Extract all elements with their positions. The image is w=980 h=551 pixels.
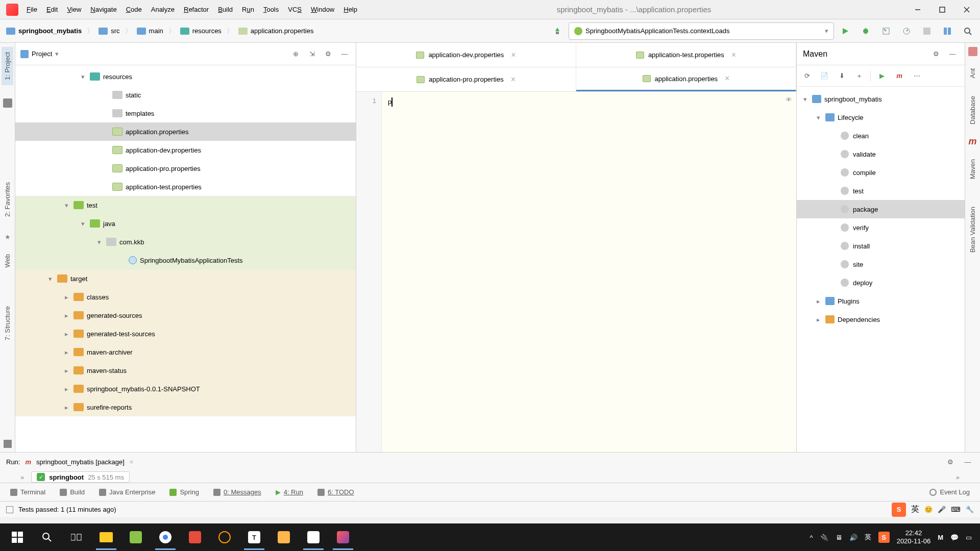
tray-ime[interactable]: 英 bbox=[865, 533, 871, 542]
close-icon[interactable]: × bbox=[731, 51, 736, 60]
crumb-resources[interactable]: resources bbox=[177, 25, 225, 37]
chrome-button[interactable] bbox=[151, 524, 180, 550]
node-static[interactable]: static bbox=[15, 86, 356, 104]
minimize-button[interactable] bbox=[906, 2, 929, 17]
goal-site[interactable]: site bbox=[797, 255, 965, 273]
sogou-icon[interactable]: S bbox=[892, 503, 906, 517]
goal-validate[interactable]: validate bbox=[797, 145, 965, 163]
tray-clock[interactable]: 22:42 2020-11-06 bbox=[897, 529, 931, 545]
hide-icon[interactable]: — bbox=[338, 48, 351, 60]
node-surefire[interactable]: ▸surefire-reports bbox=[15, 398, 356, 416]
menu-code[interactable]: Code bbox=[122, 4, 146, 15]
node-test[interactable]: ▾test bbox=[15, 196, 356, 214]
build-button[interactable] bbox=[548, 22, 567, 40]
profile-button[interactable] bbox=[897, 22, 916, 40]
menu-help[interactable]: Help bbox=[339, 4, 361, 15]
menu-run[interactable]: Run bbox=[238, 4, 258, 15]
editor-body[interactable]: 1 p 👁 bbox=[356, 92, 796, 452]
node-maven-archiver[interactable]: ▸maven-archiver bbox=[15, 343, 356, 361]
tab-structure[interactable]: 7: Structure bbox=[2, 301, 13, 345]
intellij-button[interactable] bbox=[329, 524, 357, 550]
tab-web[interactable]: Web bbox=[2, 249, 13, 273]
node-gen-sources[interactable]: ▸generated-sources bbox=[15, 306, 356, 324]
goal-verify[interactable]: verify bbox=[797, 218, 965, 237]
node-classes[interactable]: ▸classes bbox=[15, 288, 356, 306]
menu-vcs[interactable]: VCS bbox=[284, 4, 306, 15]
node-app-dev[interactable]: application-dev.properties bbox=[15, 141, 356, 159]
tab-app-dev[interactable]: application-dev.properties× bbox=[356, 43, 576, 67]
goal-package[interactable]: package bbox=[797, 200, 965, 218]
close-button[interactable] bbox=[955, 2, 978, 17]
tray-volume-icon[interactable]: 🔊 bbox=[849, 534, 857, 541]
maximize-button[interactable] bbox=[931, 2, 953, 17]
test-result[interactable]: ✓ springboot 25 s 515 ms bbox=[31, 471, 130, 483]
tab-project[interactable]: 1: Project bbox=[2, 47, 13, 85]
tab-java-ee[interactable]: Java Enterprise bbox=[94, 486, 160, 498]
tray-action-center[interactable]: ▭ bbox=[966, 534, 972, 541]
mic-icon[interactable]: 🎤 bbox=[938, 506, 946, 513]
maven-root[interactable]: ▾springboot_mybatis bbox=[797, 90, 965, 108]
hide-icon[interactable]: — bbox=[962, 456, 974, 468]
locate-icon[interactable]: ⊕ bbox=[289, 48, 302, 60]
menu-view[interactable]: View bbox=[63, 4, 85, 15]
coverage-button[interactable] bbox=[877, 22, 895, 40]
run-button[interactable] bbox=[836, 22, 854, 40]
tab-maven-label[interactable]: Maven bbox=[967, 154, 978, 184]
tab-terminal[interactable]: Terminal bbox=[5, 486, 51, 498]
more-icon[interactable]: ⋯ bbox=[911, 70, 923, 82]
run-config-selector[interactable]: SpringbootMybatisApplicationTests.contex… bbox=[569, 22, 834, 40]
emoji-icon[interactable]: 😊 bbox=[924, 506, 933, 513]
app2-button[interactable] bbox=[181, 524, 209, 550]
tray-notif2[interactable]: 💬 bbox=[950, 534, 959, 541]
node-java[interactable]: ▾java bbox=[15, 214, 356, 233]
tray-battery-icon[interactable]: 🔌 bbox=[820, 534, 828, 541]
menu-file[interactable]: File bbox=[22, 4, 41, 15]
menu-analyze[interactable]: Analyze bbox=[147, 4, 179, 15]
goal-test[interactable]: test bbox=[797, 182, 965, 200]
tab-run[interactable]: ▶4: Run bbox=[271, 486, 308, 498]
goal-install[interactable]: install bbox=[797, 237, 965, 255]
debug-button[interactable] bbox=[856, 22, 875, 40]
run-config-name[interactable]: springboot_mybatis [package] bbox=[36, 458, 125, 466]
ime-indicator[interactable]: 英 bbox=[911, 504, 919, 515]
sogou-tray-icon[interactable]: S bbox=[878, 532, 890, 543]
tray-notif1[interactable]: M bbox=[938, 534, 943, 541]
tab-app-props[interactable]: application.properties× bbox=[576, 67, 796, 91]
menu-tools[interactable]: Tools bbox=[259, 4, 283, 15]
maven-m-icon[interactable]: m bbox=[968, 136, 976, 147]
node-com-kkb[interactable]: ▾com.kkb bbox=[15, 233, 356, 251]
maven-dependencies[interactable]: ▸Dependencies bbox=[797, 310, 965, 329]
tray-up-icon[interactable]: ^ bbox=[810, 534, 813, 541]
app6-button[interactable]: ⟨⟩ bbox=[299, 524, 328, 550]
keyboard-icon[interactable]: ⌨ bbox=[951, 506, 961, 513]
close-icon[interactable]: × bbox=[130, 458, 134, 466]
close-icon[interactable]: × bbox=[511, 51, 516, 60]
taskview-button[interactable] bbox=[62, 524, 91, 550]
goal-compile[interactable]: compile bbox=[797, 163, 965, 182]
tab-build[interactable]: Build bbox=[55, 486, 90, 498]
gear-icon[interactable]: ⚙ bbox=[322, 48, 334, 60]
menu-navigate[interactable]: Navigate bbox=[86, 4, 120, 15]
menu-window[interactable]: Window bbox=[307, 4, 338, 15]
explorer-button[interactable] bbox=[92, 524, 120, 550]
maven-lifecycle[interactable]: ▾Lifecycle bbox=[797, 108, 965, 127]
stop-button[interactable] bbox=[918, 22, 936, 40]
gear-icon[interactable]: ⚙ bbox=[930, 48, 942, 60]
download-icon[interactable]: ⬇ bbox=[836, 70, 848, 82]
gear-icon[interactable]: ⚙ bbox=[944, 456, 957, 468]
tab-ant[interactable]: Ant bbox=[967, 63, 978, 84]
crumb-project[interactable]: springboot_mybatis bbox=[3, 25, 85, 37]
app1-button[interactable] bbox=[121, 524, 150, 550]
node-maven-status[interactable]: ▸maven-status bbox=[15, 361, 356, 380]
status-icon[interactable] bbox=[6, 506, 13, 513]
menu-build[interactable]: Build bbox=[214, 4, 237, 15]
tool-icon[interactable]: 🔧 bbox=[966, 506, 974, 513]
hide-icon[interactable]: — bbox=[946, 48, 959, 60]
refresh-icon[interactable]: ⟳ bbox=[801, 70, 813, 82]
maven-plugins[interactable]: ▸Plugins bbox=[797, 292, 965, 310]
m-icon[interactable]: m bbox=[893, 70, 905, 82]
generate-icon[interactable]: 📄 bbox=[818, 70, 830, 82]
ant-icon[interactable] bbox=[968, 47, 977, 56]
node-target[interactable]: ▾target bbox=[15, 269, 356, 288]
run-maven-icon[interactable]: ▶ bbox=[876, 70, 888, 82]
